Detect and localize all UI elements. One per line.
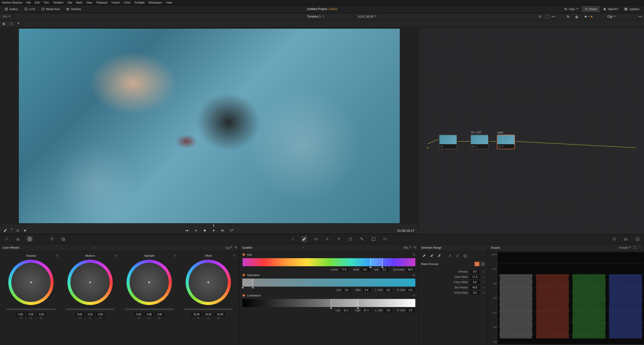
split-view-icon[interactable] xyxy=(9,22,14,26)
nodes-button[interactable]: Nodes xyxy=(582,6,600,12)
window-icon[interactable] xyxy=(313,236,319,242)
curves-panel-icon[interactable] xyxy=(290,236,296,242)
matte-param-reset-3[interactable]: ⟲ xyxy=(481,286,485,289)
lum-toggle[interactable] xyxy=(243,294,245,297)
node-02[interactable]: XP / CNT 02 ⊙ xyxy=(470,135,489,149)
matte-param-val-2[interactable]: 8.6 xyxy=(470,280,480,284)
sat-reset-icon[interactable]: ⟲ xyxy=(412,273,415,277)
menu-mark[interactable]: Mark xyxy=(76,1,82,4)
hue-reset-icon[interactable]: ⟲ xyxy=(412,253,415,257)
wheel-1-g[interactable]: 0.00 xyxy=(86,313,95,316)
tracking-icon[interactable] xyxy=(324,236,330,242)
stop-button[interactable] xyxy=(203,228,207,233)
mute-icon[interactable] xyxy=(23,228,28,233)
timeline-button[interactable]: Timeline xyxy=(63,6,84,12)
hue-width-value[interactable]: 8.5 xyxy=(361,268,370,272)
hue-gradient[interactable] xyxy=(243,258,415,266)
wheel-2-g[interactable]: 0.00 xyxy=(145,313,153,316)
menu-color[interactable]: Color xyxy=(124,1,131,4)
qual-reset-icon[interactable]: ⟲ xyxy=(414,246,416,249)
stereo-icon[interactable] xyxy=(382,236,388,242)
lum-high-value[interactable]: 67.3 xyxy=(362,309,371,312)
select-tool-icon[interactable] xyxy=(565,14,571,20)
color-wheel-midtone[interactable] xyxy=(67,260,113,305)
graph-input-port[interactable] xyxy=(427,147,428,148)
lightbox-button[interactable]: Lightbox xyxy=(622,6,642,12)
eyedropper-icon[interactable] xyxy=(3,228,8,233)
feather-add-icon[interactable] xyxy=(447,253,453,259)
matte-tab-2[interactable]: 2 xyxy=(480,262,485,266)
matte-param-reset-0[interactable]: ⟲ xyxy=(481,270,485,273)
color-wheel-highlight[interactable] xyxy=(127,260,172,305)
menu-help[interactable]: Help xyxy=(166,1,172,4)
menu-timeline[interactable]: Timeline xyxy=(53,1,63,4)
wheel-0-b[interactable]: 0.00 xyxy=(37,313,46,316)
hue-center-value[interactable]: 77.0 xyxy=(340,268,348,272)
menu-edit[interactable]: Edit xyxy=(35,1,39,4)
sat-hsoft-value[interactable]: 0.0 xyxy=(406,288,415,292)
node-graph[interactable]: 01 XP / CNT 02 ⊙ water 03 ✎ xyxy=(419,28,644,234)
image-wipe-icon[interactable] xyxy=(2,22,7,26)
invert-icon[interactable] xyxy=(462,253,468,259)
sizing-icon[interactable] xyxy=(371,236,377,242)
menu-clip[interactable]: Clip xyxy=(67,1,72,4)
menu-file[interactable]: File xyxy=(26,1,31,4)
lum-low-value[interactable]: 51.2 xyxy=(342,309,350,312)
magic-icon[interactable] xyxy=(16,22,21,26)
wheel-0-g[interactable]: 0.00 xyxy=(27,313,35,316)
qualifier-icon[interactable] xyxy=(301,236,307,242)
bypass-toggles[interactable] xyxy=(585,16,592,17)
matte-tab-1[interactable]: 1 xyxy=(474,262,479,266)
info-icon[interactable] xyxy=(634,236,640,242)
wheel-2-b[interactable]: 0.00 xyxy=(155,313,164,316)
clip-select[interactable]: Clip xyxy=(608,15,616,18)
wheel-reset-1[interactable]: ⟲ xyxy=(114,254,117,258)
scopes-settings-icon[interactable]: ⋯ xyxy=(638,246,641,249)
primaries-wheels-icon[interactable] xyxy=(27,236,33,242)
qual-mode-select[interactable]: HSL xyxy=(404,246,412,249)
unmix-icon[interactable] xyxy=(16,228,20,233)
picker-minus-icon[interactable] xyxy=(436,253,442,259)
gallery-button[interactable]: Gallery xyxy=(2,6,21,12)
scopes-mode-select[interactable]: Parade xyxy=(619,246,631,249)
hand-tool-icon[interactable] xyxy=(574,14,580,20)
picker-add-icon[interactable] xyxy=(421,253,427,259)
menu-playback[interactable]: Playback xyxy=(96,1,108,4)
openfx-button[interactable]: OpenFX xyxy=(600,6,621,12)
feather-minus-icon[interactable] xyxy=(455,253,460,259)
lum-gradient[interactable] xyxy=(243,299,415,307)
playhead-timecode[interactable]: 01:00:16:17 xyxy=(397,229,415,233)
wheel-reset-3[interactable]: ⟲ xyxy=(233,254,236,258)
wheel-3-r[interactable]: 25.00 xyxy=(191,313,202,316)
matte-param-val-4[interactable]: 0.0 xyxy=(470,291,480,295)
color-wheel-offset[interactable] xyxy=(186,260,231,305)
last-frame-button[interactable] xyxy=(221,228,225,233)
motion-effects-icon[interactable] xyxy=(60,236,66,242)
menu-fairlight[interactable]: Fairlight xyxy=(135,1,144,4)
wheel-slider-1[interactable] xyxy=(66,309,114,310)
timeline-select[interactable]: Timeline 1 xyxy=(307,15,324,18)
first-frame-button[interactable] xyxy=(184,228,189,233)
hue-sym-value[interactable]: 50.0 xyxy=(406,268,415,272)
clips-button[interactable]: Clips xyxy=(561,6,581,12)
source-timecode[interactable]: 14:41:38:09 xyxy=(357,15,376,18)
cw-reset-icon[interactable]: ⟲ xyxy=(234,246,237,249)
hue-soft-value[interactable]: 3.2 xyxy=(380,268,389,272)
highlight-icon[interactable] xyxy=(537,14,543,20)
matte-param-reset-2[interactable]: ⟲ xyxy=(481,281,485,284)
wheel-1-b[interactable]: 0.00 xyxy=(96,313,105,316)
play-button[interactable] xyxy=(212,228,216,233)
wheel-reset-0[interactable]: ⟲ xyxy=(55,254,58,258)
picker-plus-icon[interactable] xyxy=(429,253,434,259)
color-wheel-shadow[interactable] xyxy=(8,260,54,305)
matte-param-reset-4[interactable]: ⟲ xyxy=(481,291,485,294)
key-icon[interactable] xyxy=(359,236,365,242)
luts-button[interactable]: LUTs xyxy=(22,6,38,12)
wheel-1-r[interactable]: 0.00 xyxy=(75,313,84,316)
wheel-slider-3[interactable] xyxy=(184,309,233,310)
cw-mode-select[interactable]: Log xyxy=(225,246,232,249)
node-03[interactable]: water 03 ✎ xyxy=(497,135,515,149)
menu-trim[interactable]: Trim xyxy=(44,1,49,4)
scopes-icon[interactable] xyxy=(623,236,629,242)
matte-param-reset-1[interactable]: ⟲ xyxy=(481,276,485,278)
